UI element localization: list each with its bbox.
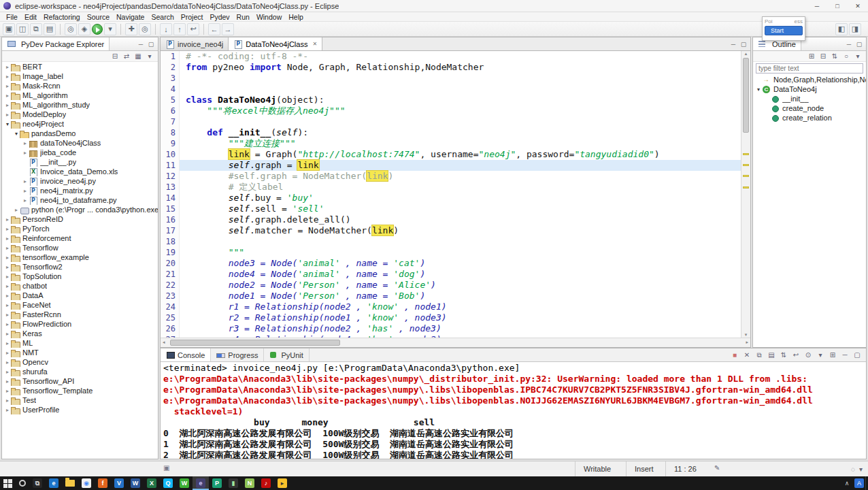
background-jobs-icon[interactable]: ◌ <box>851 466 855 473</box>
console-tab-console[interactable]: Console <box>161 348 211 361</box>
search-button[interactable]: ◎ <box>139 23 151 35</box>
code-line-26[interactable]: 26 r3 = Relationship(node2 , 'has' , nod… <box>161 323 741 334</box>
remove-all-launches-button[interactable]: ⧉ <box>754 350 764 360</box>
project-item-pytorch[interactable]: ▸PyTorch <box>2 224 158 233</box>
project-item-invoice_neo4j-py[interactable]: ▸invoice_neo4j.py <box>2 176 158 186</box>
project-item-ml_algorithm_study[interactable]: ▸ML_algorithm_study <box>2 100 158 110</box>
project-item-__init__-py[interactable]: __init__.py <box>2 157 158 167</box>
code-line-19[interactable]: 19 """ <box>161 247 741 258</box>
taskbar-cmd[interactable]: ▮ <box>225 476 241 490</box>
tray-ime[interactable]: A <box>854 478 864 488</box>
expand-arrow-icon[interactable]: ▸ <box>4 302 11 308</box>
scroll-left-arrow-icon[interactable]: ◂ <box>163 340 165 345</box>
expand-all-button[interactable]: ⊞ <box>807 52 816 61</box>
occurrence-marker[interactable] <box>743 186 749 189</box>
project-item-datatoneo4jclass[interactable]: ▸dataToNeo4jClass <box>2 138 158 148</box>
code-line-11[interactable]: 11 self.graph = link <box>161 160 741 171</box>
project-item-personreid[interactable]: ▸PersonReID <box>2 214 158 224</box>
scroll-lock-button[interactable]: ⇅ <box>779 350 788 360</box>
project-item-facenet[interactable]: ▸FaceNet <box>2 300 158 310</box>
project-item-keras[interactable]: ▸Keras <box>2 329 158 338</box>
debug-button[interactable]: ◈ <box>78 23 90 35</box>
expand-arrow-icon[interactable]: ▸ <box>4 255 11 261</box>
taskbar-notepadpp[interactable]: N <box>241 476 258 490</box>
taskbar-file-explorer[interactable] <box>62 476 78 490</box>
menu-refactoring[interactable]: Refactoring <box>40 13 84 21</box>
code-line-25[interactable]: 25 r2 = Relationship(node1 , 'know' , no… <box>161 312 741 323</box>
code-line-21[interactable]: 21 node4 = Node('animal' , name = 'dog') <box>161 269 741 280</box>
perspective-switch-button[interactable]: ◨ <box>849 23 861 35</box>
code-line-12[interactable]: 12 #self.graph = NodeMatcher(link) <box>161 171 741 182</box>
code-line-3[interactable]: 3 <box>161 73 741 84</box>
save-button[interactable]: ◫ <box>16 23 29 35</box>
expand-arrow-icon[interactable]: ▸ <box>4 235 11 242</box>
tray-tray-expand[interactable]: ∧ <box>842 478 852 488</box>
show-desktop-button[interactable] <box>865 476 868 490</box>
code-line-10[interactable]: 10 link = Graph("http://localhost:7474",… <box>161 149 741 160</box>
expand-arrow-icon[interactable]: ▸ <box>4 74 11 80</box>
code-line-20[interactable]: 20 node3 = Node('animal' , name = 'cat') <box>161 258 741 269</box>
taskbar-music[interactable]: ♪ <box>258 476 274 490</box>
close-tab-icon[interactable]: ✕ <box>312 41 317 47</box>
close-button[interactable]: ✕ <box>848 0 868 12</box>
project-item-image_label[interactable]: ▸Image_label <box>2 71 158 81</box>
expand-arrow-icon[interactable]: ▸ <box>4 407 11 413</box>
hide-non-public-button[interactable]: ○ <box>841 52 851 61</box>
expand-arrow-icon[interactable]: ▸ <box>4 245 11 251</box>
project-item-fasterrcnn[interactable]: ▸FasterRcnn <box>2 310 158 319</box>
console-output[interactable]: <terminated> invoice_neo4j.py [e:\Progra… <box>161 362 866 459</box>
remove-launch-button[interactable]: ✕ <box>742 350 752 360</box>
previous-annotation-button[interactable]: ↑ <box>173 23 186 35</box>
menu-search[interactable]: Search <box>148 13 177 21</box>
menu-window[interactable]: Window <box>253 13 285 21</box>
code-line-22[interactable]: 22 node2 = Node('Person' , name = 'Alice… <box>161 280 741 291</box>
project-item-jieba_code[interactable]: ▸jieba_code <box>2 148 158 157</box>
code-line-7[interactable]: 7 <box>161 116 741 127</box>
project-item-chatbot[interactable]: ▸chatbot <box>2 281 158 291</box>
pin-console-button[interactable]: ⊙ <box>803 350 813 360</box>
code-line-24[interactable]: 24 r1 = Relationship(node2 , 'know' , no… <box>161 301 741 312</box>
menu-navigate[interactable]: Navigate <box>113 13 148 21</box>
project-item-ml_algorithm[interactable]: ▸ML_algorithm <box>2 91 158 100</box>
terminate-button[interactable]: ■ <box>730 350 739 360</box>
expand-arrow-icon[interactable]: ▸ <box>4 397 11 404</box>
open-console-button[interactable]: ⊞ <box>828 350 837 360</box>
project-item-bert[interactable]: ▸BERT <box>2 62 158 71</box>
code-line-2[interactable]: 2from py2neo import Node, Graph, Relatio… <box>161 62 741 73</box>
project-item-test[interactable]: ▸Test <box>2 395 158 405</box>
outline-filter-input[interactable] <box>756 63 863 74</box>
code-area[interactable]: 1# -*- coding: utf-8 -*-2from py2neo imp… <box>161 51 741 338</box>
minimize-editor-icon[interactable]: ─ <box>729 41 737 48</box>
menu-edit[interactable]: Edit <box>21 13 40 21</box>
console-tab-progress[interactable]: Progress <box>211 348 264 361</box>
code-line-17[interactable]: 17 self.matcher = NodeMatcher(link) <box>161 225 741 236</box>
taskbar-search[interactable] <box>16 476 29 490</box>
taskbar-qq[interactable]: Q <box>160 476 176 490</box>
occurrence-marker[interactable] <box>743 164 749 166</box>
expand-arrow-icon[interactable]: ▸ <box>4 359 11 365</box>
outline-item-node-graph-relationship-nodemat[interactable]: Node,Graph,Relationship,NodeMat <box>753 75 866 84</box>
menu-file[interactable]: File <box>3 13 21 21</box>
menu-source[interactable]: Source <box>84 13 113 21</box>
code-line-15[interactable]: 15 self.sell = 'sell' <box>161 203 741 214</box>
save-all-button[interactable]: ⧉ <box>30 23 42 35</box>
run-history-button[interactable]: ▾ <box>104 23 116 35</box>
maximize-editor-icon[interactable]: ▢ <box>739 41 748 48</box>
collapse-all-button[interactable]: ⊟ <box>818 52 828 61</box>
new-wizard-button[interactable]: ▣ <box>3 23 15 35</box>
code-line-14[interactable]: 14 self.buy = 'buy' <box>161 193 741 203</box>
skip-all-breakpoints-button[interactable]: ◎ <box>65 23 77 35</box>
project-item-pandasdemo[interactable]: ▾pandasDemo <box>2 129 158 138</box>
taskbar-firefox[interactable]: f <box>95 476 111 490</box>
minimize-button[interactable]: ─ <box>840 350 850 360</box>
project-item-python-e-progr-conda3-python-exe-[interactable]: ▸python (e:\Progr ... conda3\python.exe) <box>2 205 158 214</box>
expand-arrow-icon[interactable]: ▸ <box>4 274 11 280</box>
expand-arrow-icon[interactable]: ▸ <box>4 331 11 337</box>
minimize-view-icon[interactable]: ─ <box>845 41 853 48</box>
maximize-button[interactable]: □ <box>827 0 848 12</box>
project-item-modeldeploy[interactable]: ▸ModelDeploy <box>2 110 158 119</box>
taskbar-vscode[interactable]: V <box>111 476 127 490</box>
editor-vertical-scrollbar[interactable]: ▴ ▾ <box>741 51 750 338</box>
expand-arrow-icon[interactable]: ▸ <box>4 64 11 70</box>
expand-arrow-icon[interactable]: ▸ <box>22 178 29 184</box>
